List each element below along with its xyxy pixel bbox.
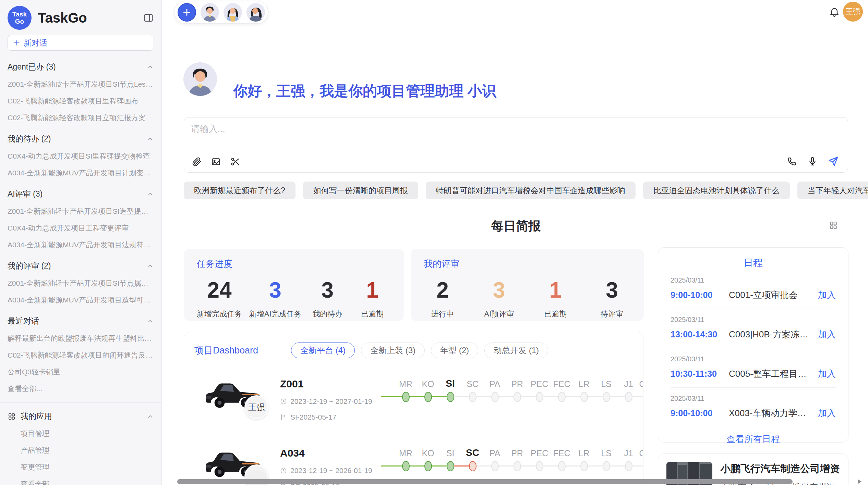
milestone-step[interactable]: MR [395, 445, 417, 485]
chevron-up-icon[interactable] [146, 318, 154, 325]
milestone-step[interactable]: LR [573, 445, 595, 485]
recent-chat-item[interactable]: 解释最新出台的欧盟报废车法规再生塑料比例被调至15%... [8, 334, 154, 343]
sidebar-task-item[interactable]: A034-全新新能源MUV产品开发项目法规符合性评审 [8, 240, 154, 250]
chevron-up-icon[interactable] [146, 262, 154, 270]
sidebar-section-header[interactable]: AI评审 (3) [8, 189, 154, 199]
milestone-step[interactable]: PR [506, 376, 528, 421]
chevron-up-icon[interactable] [146, 190, 154, 198]
dashboard-filter-chip[interactable]: 全新平台 (4) [291, 343, 355, 358]
suggestion-chip[interactable]: 当下年轻人对汽车外观有怎样的喜好趋势 [797, 182, 868, 199]
milestone-step[interactable]: J1 [617, 376, 640, 421]
milestone-step[interactable]: KO [417, 445, 439, 485]
milestone-label: SI [439, 376, 461, 392]
sidebar-task-item[interactable]: Z001-全新燃油皮卡产品开发项目SI节点Lesson Learn报告 [8, 79, 154, 89]
teammate-avatar[interactable] [224, 3, 242, 22]
join-meeting-link[interactable]: 加入 [818, 328, 836, 340]
milestone-step[interactable]: LS [595, 445, 617, 485]
sidebar-section-header[interactable]: 我的评审 (2) [8, 261, 154, 271]
join-meeting-link[interactable]: 加入 [818, 289, 836, 301]
join-meeting-link[interactable]: 加入 [818, 407, 836, 419]
dashboard-filter-chip[interactable]: 动总开发 (1) [484, 343, 548, 358]
view-all-apps-link[interactable]: 查看全部... [8, 479, 154, 485]
sidebar-task-item[interactable]: C0X4-动力总成开发项目工程变更评审 [8, 223, 154, 233]
image-upload-icon[interactable] [211, 157, 221, 167]
view-all-schedule-link[interactable]: 查看所有日程 [671, 433, 836, 445]
dashboard-filter-chip[interactable]: 年型 (2) [431, 343, 478, 358]
app-item[interactable]: 变更管理 [8, 462, 154, 472]
recent-chat-item[interactable]: 公司Q3轻卡销量 [8, 367, 154, 377]
milestone-step[interactable]: J1 [617, 445, 640, 485]
recent-chats-title: 最近对话 [8, 316, 39, 326]
attachment-icon[interactable] [192, 157, 202, 167]
microphone-icon[interactable] [807, 156, 818, 166]
recent-chats-header[interactable]: 最近对话 [8, 316, 154, 326]
chevron-up-icon[interactable] [146, 413, 154, 420]
voice-call-icon[interactable] [787, 156, 797, 166]
milestone-step[interactable]: SC [461, 445, 484, 485]
notifications-bell-icon[interactable] [829, 6, 840, 17]
schedule-meeting-name: C005-整车工程目标评审 [729, 368, 814, 380]
recent-chat-item[interactable]: C02-飞腾新能源轻客改款项目的闭环通告反馈情况 [8, 350, 154, 360]
sidebar-section-header[interactable]: 我的待办 (2) [8, 134, 154, 144]
milestone-step[interactable]: PEC [528, 376, 551, 421]
milestone-step[interactable]: OKTB [640, 376, 643, 421]
add-agent-button[interactable] [178, 3, 196, 22]
send-icon[interactable] [828, 156, 839, 167]
view-all-chats-link[interactable]: 查看全部... [8, 384, 154, 394]
collapse-sidebar-icon[interactable] [143, 12, 154, 23]
project-date-range: 2023-12-19 ~ 2027-01-19 [290, 397, 372, 406]
milestone-node [536, 461, 543, 471]
dashboard-filter-chip[interactable]: 全新上装 (3) [361, 343, 425, 358]
milestone-node [491, 392, 499, 402]
milestone-step[interactable]: FEC [551, 445, 573, 485]
suggestion-chip[interactable]: 比亚迪全固态电池计划具体说了什么 [643, 182, 790, 199]
project-row[interactable]: 王强Z0012023-12-19 ~ 2027-01-19SI-2025-05-… [194, 376, 633, 427]
milestone-node [580, 461, 588, 471]
milestone-step[interactable]: KO [417, 376, 439, 421]
sidebar-task-item[interactable]: Z001-全新燃油轻卡产品开发项目SI造型提交物评审 [8, 207, 154, 216]
sidebar-task-item[interactable]: C02-飞腾新能源轻客改款项目里程碑画布 [8, 96, 154, 106]
new-chat-button[interactable]: 新对话 [8, 35, 154, 51]
milestone-step[interactable]: LR [573, 376, 595, 421]
schedule-title: 日程 [671, 257, 836, 270]
app-item[interactable]: 产品管理 [8, 446, 154, 455]
milestone-step[interactable]: SI [439, 376, 461, 421]
suggestion-chip[interactable]: 欧洲新规最近颁布了什么? [184, 182, 296, 199]
my-apps-header[interactable]: 我的应用 [8, 411, 154, 422]
composer-input[interactable] [191, 123, 774, 144]
briefing-layout-icon[interactable] [829, 221, 838, 229]
scissors-icon[interactable] [230, 157, 240, 167]
chevron-up-icon[interactable] [146, 63, 154, 71]
sidebar-section-header[interactable]: Agent已办 (3) [8, 62, 154, 72]
milestone-step[interactable]: PR [506, 445, 528, 485]
join-meeting-link[interactable]: 加入 [818, 368, 836, 380]
schedule-date: 2025/03/11 [671, 316, 836, 324]
sidebar-task-item[interactable]: A034-全新新能源MUV产品开发项目计划变更表编写 [8, 168, 154, 178]
chevron-up-icon[interactable] [146, 135, 154, 143]
milestone-step[interactable]: PA [484, 445, 506, 485]
milestone-step[interactable]: SC [461, 376, 484, 421]
current-user-avatar[interactable]: 王强 [843, 2, 863, 22]
milestone-step[interactable]: MR [395, 376, 417, 421]
stat-label: 待评审 [593, 309, 631, 319]
milestone-step[interactable]: SI [439, 445, 461, 485]
scroll-right-arrow[interactable] [858, 479, 861, 484]
app-item[interactable]: 项目管理 [8, 429, 154, 438]
milestone-label: SI [439, 445, 461, 461]
project-info: Z0012023-12-19 ~ 2027-01-19SI-2025-05-17 [280, 376, 379, 427]
sidebar-task-item[interactable]: A034-全新新能源MUV产品开发项目造型可行性评审 [8, 295, 154, 305]
milestone-step[interactable]: PA [484, 376, 506, 421]
teammate-avatar[interactable] [201, 3, 219, 22]
sidebar-task-item[interactable]: Z001-全新燃油轻卡产品开发项目SI节点属性5D文件评审 [8, 278, 154, 288]
milestone-step[interactable]: OKTB [640, 445, 643, 485]
suggestion-chip[interactable]: 如何写一份清晰的项目周报 [303, 182, 418, 199]
milestone-step[interactable]: FEC [551, 376, 573, 421]
teammate-avatar[interactable] [246, 3, 265, 22]
sidebar-task-item[interactable]: C02-飞腾新能源轻客改款项目立项汇报方案 [8, 113, 154, 123]
milestone-step[interactable]: LS [595, 376, 617, 421]
sidebar-task-item[interactable]: C0X4-动力总成开发项目SI里程碑提交物检查 [8, 151, 154, 161]
suggestion-chip[interactable]: 特朗普可能对进口汽车增税会对中国车企造成哪些影响 [426, 182, 636, 199]
milestone-step[interactable]: PEC [528, 445, 551, 485]
milestone-node [514, 392, 521, 402]
milestone-label: J1 [617, 376, 640, 392]
